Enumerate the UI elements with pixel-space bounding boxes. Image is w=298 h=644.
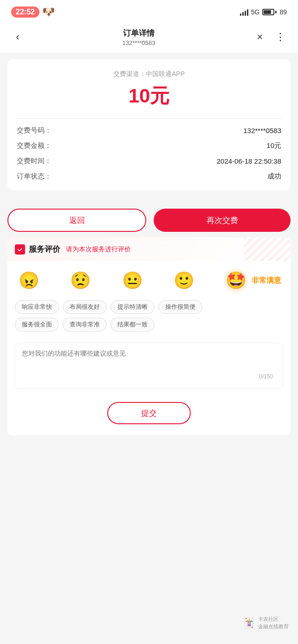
rating-icon xyxy=(15,244,25,255)
time-label: 交费时间： xyxy=(17,157,52,166)
nav-right: × ⋮ xyxy=(252,29,289,45)
rating-header: 服务评价 请为本次服务进行评价 xyxy=(7,237,291,261)
rating-title: 服务评价 xyxy=(29,244,60,255)
smile-face-icon: 🙂 xyxy=(172,268,196,293)
time-display: 22:52 xyxy=(11,6,39,18)
emoji-smile[interactable]: 🙂 xyxy=(172,268,196,293)
tag-comprehensive[interactable]: 服务很全面 xyxy=(15,318,59,332)
recharge-button[interactable]: 再次交费 xyxy=(154,209,291,232)
amount-label: 交费金额： xyxy=(17,141,52,150)
emoji-very-happy-row: 🤩 非常满意 xyxy=(224,268,281,293)
card-divider xyxy=(17,118,281,119)
network-type: 5G xyxy=(251,8,260,16)
tag-responsive[interactable]: 响应非常快 xyxy=(15,300,59,314)
phone-label: 交费号码： xyxy=(17,126,52,135)
amount-value: 10元 xyxy=(266,141,281,150)
tag-clear[interactable]: 提示特清晰 xyxy=(110,300,155,314)
page-title: 订单详情 xyxy=(123,28,155,38)
nav-subtitle: 132****0583 xyxy=(123,39,155,46)
angry-face-icon: 😠 xyxy=(17,268,41,293)
watermark: 🃏 卡农社区 金融在线教育 xyxy=(243,616,289,630)
close-button[interactable]: × xyxy=(252,29,268,45)
back-button[interactable]: 返回 xyxy=(7,209,146,232)
watermark-icon: 🃏 xyxy=(243,617,255,629)
status-left: 22:52 🐶 xyxy=(11,6,55,18)
more-button[interactable]: ⋮ xyxy=(272,29,289,45)
battery-level: 89 xyxy=(279,8,287,16)
emoji-very-angry[interactable]: 😠 xyxy=(17,268,41,293)
order-channel: 交费渠道：中国联通APP xyxy=(17,70,281,78)
order-info-status: 订单状态： 成功 xyxy=(17,172,281,181)
emoji-very-happy[interactable]: 🤩 xyxy=(224,268,248,293)
action-buttons: 返回 再次交费 xyxy=(7,209,291,232)
back-button[interactable]: ‹ xyxy=(9,29,26,45)
emoji-neutral[interactable]: 😐 xyxy=(120,268,144,293)
nav-bar: ‹ 订单详情 132****0583 × ⋮ xyxy=(0,23,298,53)
svg-rect-0 xyxy=(17,246,23,253)
tags-section: 响应非常快 布局很友好 提示特清晰 操作很简便 服务很全面 查询非常准 结果都一… xyxy=(7,300,291,343)
dog-icon: 🐶 xyxy=(42,6,55,18)
tag-layout[interactable]: 布局很友好 xyxy=(63,300,107,314)
order-card: 交费渠道：中国联通APP 10元 交费号码： 132****0583 交费金额：… xyxy=(7,59,291,190)
neutral-face-icon: 😐 xyxy=(120,268,144,293)
order-info-time: 交费时间： 2024-06-18 22:50:38 xyxy=(17,157,281,166)
sad-face-icon: 😟 xyxy=(69,268,93,293)
status-value: 成功 xyxy=(267,172,281,181)
order-info-amount: 交费金额： 10元 xyxy=(17,141,281,150)
status-label: 订单状态： xyxy=(17,172,52,181)
happy-face-icon: 🤩 xyxy=(224,268,248,293)
rating-desc: 请为本次服务进行评价 xyxy=(66,245,131,254)
emoji-row: 😠 😟 😐 🙂 🤩 非常满意 xyxy=(7,261,291,300)
watermark-text: 卡农社区 金融在线教育 xyxy=(258,616,289,630)
tag-row-2: 服务很全面 查询非常准 结果都一致 xyxy=(15,318,283,332)
status-bar: 22:52 🐶 5G 89 xyxy=(0,0,298,23)
tag-simple[interactable]: 操作很简便 xyxy=(158,300,202,314)
status-right: 5G 89 xyxy=(240,8,287,16)
review-input[interactable] xyxy=(15,343,283,389)
tag-row-1: 响应非常快 布局很友好 提示特清晰 操作很简便 xyxy=(15,300,283,314)
emoji-selected-label: 非常满意 xyxy=(252,276,281,286)
textarea-section: 0/150 xyxy=(7,343,291,398)
tag-consistent[interactable]: 结果都一致 xyxy=(110,318,155,332)
submit-button[interactable]: 提交 xyxy=(107,402,191,424)
battery-icon xyxy=(262,9,277,15)
main-content: 交费渠道：中国联通APP 10元 交费号码： 132****0583 交费金额：… xyxy=(0,53,298,201)
signal-icon xyxy=(240,8,248,16)
char-count: 0/150 xyxy=(259,373,273,380)
textarea-wrapper: 0/150 xyxy=(15,343,283,391)
phone-value: 132****0583 xyxy=(243,127,281,134)
tag-accurate[interactable]: 查询非常准 xyxy=(63,318,107,332)
rating-card: 服务评价 请为本次服务进行评价 😠 😟 😐 🙂 🤩 非常满意 响应非常快 布局很… xyxy=(7,237,291,435)
emoji-sad[interactable]: 😟 xyxy=(69,268,93,293)
order-amount: 10元 xyxy=(17,83,281,109)
submit-section: 提交 xyxy=(7,398,291,435)
time-value: 2024-06-18 22:50:38 xyxy=(217,157,281,165)
order-info-phone: 交费号码： 132****0583 xyxy=(17,126,281,135)
spacer xyxy=(0,441,298,497)
nav-center: 订单详情 132****0583 xyxy=(123,28,155,46)
